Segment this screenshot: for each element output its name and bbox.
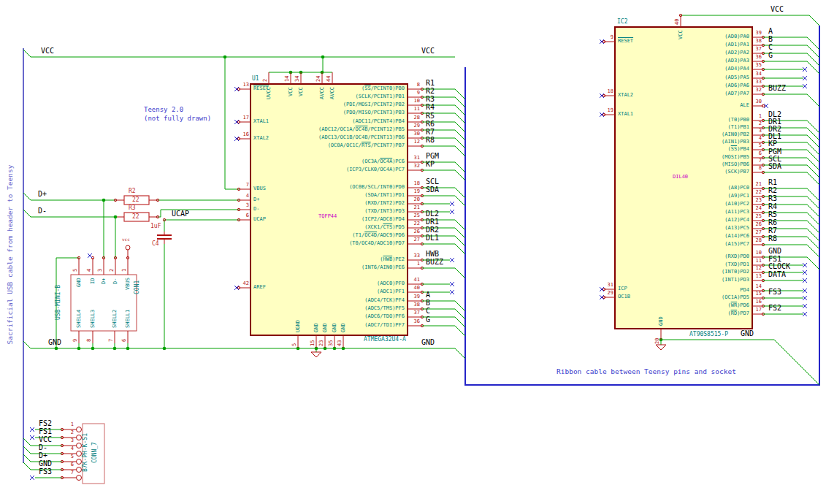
net-label-r4[interactable]: R4 xyxy=(426,104,435,111)
net-label-c[interactable]: C xyxy=(768,44,773,51)
net-label-ic2-vcc[interactable]: VCC xyxy=(770,6,784,13)
net-label-vcc-left[interactable]: VCC xyxy=(41,47,54,55)
net-label-r2[interactable]: R2 xyxy=(768,187,777,194)
pin-name: (AD6)PA6 xyxy=(724,83,749,88)
u1-value[interactable]: ATMEGA32U4-A xyxy=(364,337,406,343)
net-label-r2[interactable]: R2 xyxy=(426,88,435,95)
net-label-hwb[interactable]: HWB xyxy=(426,251,439,258)
net-label-r6[interactable]: R6 xyxy=(426,121,435,128)
net-label-pgm[interactable]: PGM xyxy=(426,153,439,160)
r3-value[interactable]: 22 xyxy=(132,214,139,220)
net-label-fs2[interactable]: FS2 xyxy=(39,420,52,427)
net-label-dplus[interactable]: D+ xyxy=(38,191,47,198)
net-label-gnd-left[interactable]: GND xyxy=(48,339,61,346)
net-label-b[interactable]: B xyxy=(768,36,773,43)
c4-value[interactable]: 1uF xyxy=(150,224,161,229)
net-label-b[interactable]: B xyxy=(426,299,430,307)
r2-value[interactable]: 22 xyxy=(132,197,139,203)
net-label-dl1[interactable]: DL1 xyxy=(426,234,439,242)
net-label-r5[interactable]: R5 xyxy=(768,211,777,218)
net-label-gnd[interactable]: GND xyxy=(768,248,781,255)
net-label-a[interactable]: A xyxy=(768,28,773,35)
net-label-dr2[interactable]: DR2 xyxy=(426,226,439,234)
pin-name: (ADC1)PF1 xyxy=(377,289,405,294)
net-label-r8[interactable]: R8 xyxy=(426,137,435,144)
net-label-r3[interactable]: R3 xyxy=(426,96,435,103)
net-label-r7[interactable]: R7 xyxy=(426,129,435,136)
net-label-fs3[interactable]: FS3 xyxy=(39,468,52,476)
gnd-symbol[interactable] xyxy=(311,352,321,357)
vcc-power-flag[interactable] xyxy=(126,245,130,250)
net-label-g[interactable]: G xyxy=(426,316,430,324)
conn7-value[interactable]: B7K-PH-K-S1 xyxy=(83,433,88,472)
pin-number: 40 xyxy=(675,19,680,25)
net-label-dr1[interactable]: DR1 xyxy=(426,218,439,226)
conn7-ref[interactable]: CONN_7 xyxy=(92,442,98,463)
net-label-sda[interactable]: SDA xyxy=(426,186,439,194)
pin-number: 36 xyxy=(414,319,420,324)
ribbon-cable-note[interactable]: Ribbon cable between Teensy pins and soc… xyxy=(557,368,736,375)
pin-number: 42 xyxy=(243,281,249,286)
r2-ref[interactable]: R2 xyxy=(129,188,136,194)
net-label-d-[interactable]: D- xyxy=(39,444,47,451)
net-label-g[interactable]: G xyxy=(768,52,773,59)
pin-name: (A13)PC5 xyxy=(724,226,749,231)
net-label-r1[interactable]: R1 xyxy=(768,179,777,186)
net-label-c[interactable]: C xyxy=(426,308,430,315)
net-label-dl2[interactable]: DL2 xyxy=(426,210,439,218)
net-label-fs2[interactable]: FS2 xyxy=(768,305,781,312)
pin-number: 33 xyxy=(756,80,762,85)
net-label-kp[interactable]: KP xyxy=(768,140,777,148)
net-label-r7[interactable]: R7 xyxy=(768,227,777,234)
connector-pad[interactable] xyxy=(77,443,82,448)
net-label-ucap[interactable]: UCAP xyxy=(172,210,189,218)
connector-pad[interactable] xyxy=(77,435,82,440)
pin-number: 5 xyxy=(759,143,762,148)
r3-ref[interactable]: R3 xyxy=(129,205,136,211)
net-label-d+[interactable]: D+ xyxy=(39,452,47,459)
ic2-ref[interactable]: IC2 xyxy=(617,19,627,25)
connector-pad[interactable] xyxy=(77,476,82,481)
connector-pad[interactable] xyxy=(77,427,82,432)
net-label-a[interactable]: A xyxy=(426,291,430,299)
net-label-scl[interactable]: SCL xyxy=(426,178,439,186)
pin-name: AVCC xyxy=(320,87,325,99)
net-label-r5[interactable]: R5 xyxy=(426,112,435,120)
pin-name: VCC xyxy=(678,30,684,39)
net-label-r8[interactable]: R8 xyxy=(768,235,777,243)
u1-footprint[interactable]: TQFP44 xyxy=(318,214,337,219)
u1-ref[interactable]: U1 xyxy=(252,76,259,82)
net-label-fs1[interactable]: FS1 xyxy=(39,428,52,435)
teensy-note-line2[interactable]: (not fully drawn) xyxy=(144,115,211,122)
net-label-vcc[interactable]: VCC xyxy=(39,436,52,443)
net-label-buzz[interactable]: BUZZ xyxy=(426,259,443,266)
net-label-r3[interactable]: R3 xyxy=(768,195,777,202)
ic2-footprint[interactable]: DIL40 xyxy=(673,175,688,180)
net-label-r1[interactable]: R1 xyxy=(426,80,435,87)
connector-pad[interactable] xyxy=(77,459,82,465)
net-label-kp[interactable]: KP xyxy=(426,161,435,168)
vcc-power-flag-label[interactable]: vcc xyxy=(122,237,130,242)
teensy-note-line1[interactable]: Teensy 2.0 xyxy=(144,107,183,113)
ic2-value[interactable]: AT90S8515-P xyxy=(689,332,728,337)
net-label-data[interactable]: DATA xyxy=(768,271,786,278)
connector-pad[interactable] xyxy=(77,467,82,473)
net-label-ic2-gnd[interactable]: GND xyxy=(741,330,754,337)
connector-pad[interactable] xyxy=(77,451,82,457)
net-label-gnd-right[interactable]: GND xyxy=(421,339,435,346)
no-connect-x xyxy=(88,253,92,258)
net-label-sda[interactable]: SDA xyxy=(768,163,781,170)
con1-ref[interactable]: CON1 xyxy=(134,280,140,294)
sacrificial-cable-note[interactable]: Sacrificial USB cable from header to Tee… xyxy=(7,165,14,345)
net-label-buzz[interactable]: BUZZ xyxy=(768,85,786,92)
net-label-r6[interactable]: R6 xyxy=(768,219,777,226)
gnd-symbol[interactable] xyxy=(656,345,666,350)
net-label-dminus[interactable]: D- xyxy=(38,207,47,215)
net-label-vcc-right[interactable]: VCC xyxy=(421,47,435,55)
net-label-r4[interactable]: R4 xyxy=(768,203,777,210)
con1-value[interactable]: USB-MINI-B xyxy=(56,285,61,320)
net-label-fs3[interactable]: FS3 xyxy=(768,289,781,296)
net-label-gnd[interactable]: GND xyxy=(39,460,52,467)
net-label-clock[interactable]: CLOCK xyxy=(768,263,790,270)
c4-ref[interactable]: C4 xyxy=(152,241,159,247)
